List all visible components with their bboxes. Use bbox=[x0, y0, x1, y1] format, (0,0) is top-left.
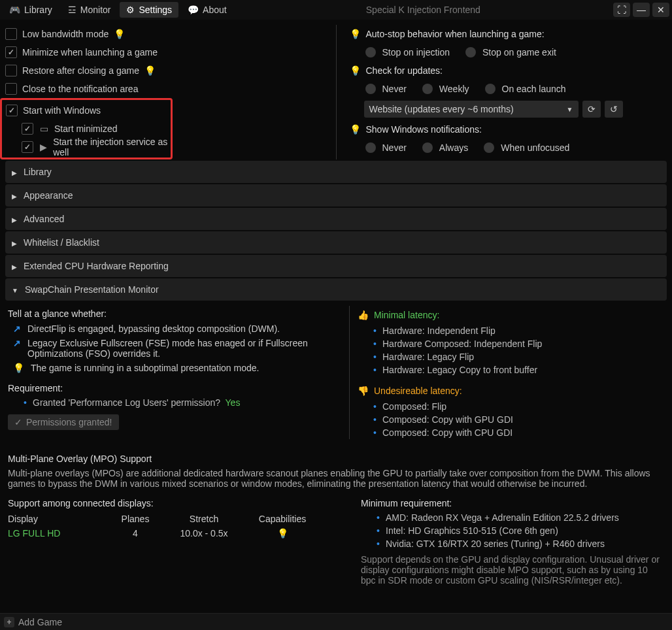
highlight-start-windows: Start with Windows ▭ Start minimized ▶ S… bbox=[0, 98, 173, 159]
mpo-note: Support depends on the GPU and display c… bbox=[361, 550, 664, 586]
tab-library[interactable]: 🎮 Library bbox=[3, 2, 59, 18]
stretch-value: 10.0x - 0.5x bbox=[165, 528, 243, 539]
checkbox-start-windows[interactable] bbox=[6, 105, 18, 116]
latency-item: Hardware: Legacy Copy to front buffer bbox=[373, 363, 664, 376]
label-stop-exit: Stop on game exit bbox=[482, 47, 556, 58]
add-game-button[interactable]: Add Game bbox=[18, 617, 62, 627]
checkbox-close-notif[interactable] bbox=[5, 83, 17, 95]
compact-button[interactable]: ⛶ bbox=[613, 3, 630, 17]
tab-label: Settings bbox=[139, 5, 172, 15]
col-capabilities: Capabilities bbox=[243, 514, 322, 524]
label-notif-unfocused: When unfocused bbox=[501, 142, 569, 153]
checkbox-low-bandwidth[interactable] bbox=[5, 28, 17, 40]
minimize-button[interactable]: — bbox=[633, 3, 650, 17]
check-icon: ✓ bbox=[14, 417, 22, 427]
support-among-heading: Support among connected displays: bbox=[8, 495, 348, 511]
gear-icon: ⚙ bbox=[126, 5, 135, 15]
caret-right-icon bbox=[12, 214, 17, 224]
latency-item: Hardware Composed: Independent Flip bbox=[373, 337, 664, 350]
permissions-granted-badge: ✓ Permissions granted! bbox=[8, 414, 119, 430]
radio-never[interactable] bbox=[365, 84, 376, 94]
col-display: Display bbox=[8, 514, 106, 524]
bulb-icon: 💡 bbox=[144, 65, 156, 76]
vertical-separator bbox=[349, 306, 350, 439]
label-start-injection: Start the injection service as well bbox=[53, 137, 170, 158]
tab-monitor[interactable]: ☲ Monitor bbox=[61, 2, 118, 18]
bulb-icon: 💡 bbox=[350, 29, 361, 39]
close-button[interactable]: ✕ bbox=[652, 3, 669, 17]
section-advanced[interactable]: Advanced bbox=[5, 208, 667, 230]
section-whitelist[interactable]: Whitelist / Blacklist bbox=[5, 231, 667, 254]
label-each-launch: On each launch bbox=[502, 84, 566, 94]
checkbox-restore-close[interactable] bbox=[5, 65, 17, 76]
plus-icon[interactable]: + bbox=[4, 617, 14, 627]
select-value: Website (updates every ~6 months) bbox=[369, 104, 514, 114]
bulb-icon: 💡 bbox=[114, 29, 125, 39]
radio-notif-always[interactable] bbox=[422, 142, 433, 153]
external-link-icon[interactable]: ↗ bbox=[13, 338, 21, 348]
tab-settings[interactable]: ⚙ Settings bbox=[120, 2, 178, 18]
caret-right-icon bbox=[12, 190, 17, 201]
tell-glance-heading: Tell at a glance whether: bbox=[8, 306, 341, 322]
latency-item: Composed: Copy with CPU GDI bbox=[373, 426, 664, 439]
section-library[interactable]: Library bbox=[5, 161, 667, 183]
bulb-icon: 💡 bbox=[243, 528, 322, 539]
speech-icon: 💬 bbox=[188, 5, 199, 15]
radio-notif-unfocused[interactable] bbox=[484, 142, 494, 153]
label-autostop: Auto-stop behavior when launching a game… bbox=[366, 29, 545, 39]
mpo-description: Multi-plane overlays (MPOs) are addition… bbox=[8, 467, 664, 495]
minimize-icon: — bbox=[637, 5, 646, 15]
checkbox-start-injection[interactable] bbox=[22, 141, 33, 153]
text-directflip: DirectFlip is engaged, bypassing desktop… bbox=[27, 323, 280, 334]
label-restore-close: Restore after closing a game bbox=[22, 65, 139, 76]
section-label: Library bbox=[24, 167, 52, 177]
radio-notif-never[interactable] bbox=[365, 142, 376, 153]
tab-about[interactable]: 💬 About bbox=[181, 2, 233, 18]
section-appearance[interactable]: Appearance bbox=[5, 184, 667, 207]
section-cpu[interactable]: Extended CPU Hardware Reporting bbox=[5, 255, 667, 277]
update-channel-select[interactable]: Website (updates every ~6 months) ▼ bbox=[364, 101, 579, 118]
label-notifications: Show Windows notifications: bbox=[366, 124, 482, 135]
play-icon: ▶ bbox=[39, 142, 48, 152]
minimal-latency-heading: Minimal latency: bbox=[374, 310, 439, 320]
app-title: Special K Injection Frontend bbox=[236, 5, 611, 15]
label-stop-injection: Stop on injection bbox=[382, 47, 450, 58]
chevron-down-icon: ▼ bbox=[567, 106, 573, 113]
text-suboptimal: The game is running in a suboptimal pres… bbox=[31, 363, 259, 373]
section-label: Appearance bbox=[24, 190, 73, 201]
radio-stop-injection[interactable] bbox=[365, 47, 376, 58]
checkbox-minimize-launch[interactable] bbox=[5, 46, 17, 58]
undo-button[interactable]: ↺ bbox=[605, 101, 623, 118]
radio-each-launch[interactable] bbox=[485, 84, 496, 94]
titlebar: 🎮 Library ☲ Monitor ⚙ Settings 💬 About S… bbox=[0, 0, 672, 20]
checkbox-start-minimized[interactable] bbox=[22, 123, 33, 135]
bulb-icon: 💡 bbox=[350, 124, 361, 135]
refresh-button[interactable]: ⟳ bbox=[582, 101, 601, 118]
compress-icon: ⛶ bbox=[617, 5, 626, 15]
radio-weekly[interactable] bbox=[422, 84, 433, 94]
refresh-icon: ⟳ bbox=[588, 104, 596, 114]
gamepad-icon: 🎮 bbox=[9, 5, 20, 15]
bulb-icon: 💡 bbox=[13, 363, 24, 373]
req-item: Nvidia: GTX 16/RTX 20 series (Turing) + … bbox=[377, 537, 664, 550]
caret-right-icon bbox=[12, 237, 17, 248]
bulb-icon: 💡 bbox=[350, 65, 361, 76]
label-weekly: Weekly bbox=[439, 84, 469, 94]
section-swapchain[interactable]: SwapChain Presentation Monitor bbox=[5, 278, 667, 301]
req-item: AMD: Radeon RX Vega + Adrenalin Edition … bbox=[377, 511, 664, 524]
radio-stop-exit[interactable] bbox=[465, 47, 476, 58]
requirement-heading: Requirement: bbox=[8, 380, 341, 396]
vertical-separator bbox=[336, 25, 337, 159]
mpo-heading: Multi-Plane Overlay (MPO) Support bbox=[8, 451, 664, 467]
list-icon: ☲ bbox=[68, 5, 76, 15]
footer: + Add Game bbox=[0, 613, 672, 630]
undo-icon: ↺ bbox=[610, 104, 618, 114]
latency-item: Hardware: Legacy Flip bbox=[373, 350, 664, 363]
latency-item: Composed: Flip bbox=[373, 400, 664, 413]
external-link-icon[interactable]: ↗ bbox=[13, 323, 21, 334]
close-icon: ✕ bbox=[657, 5, 665, 15]
label-start-windows: Start with Windows bbox=[23, 105, 101, 116]
undesirable-heading: Undesireable latency: bbox=[374, 386, 462, 396]
min-req-heading: Minimum requirement: bbox=[361, 495, 664, 511]
label-updates: Check for updates: bbox=[366, 65, 443, 76]
